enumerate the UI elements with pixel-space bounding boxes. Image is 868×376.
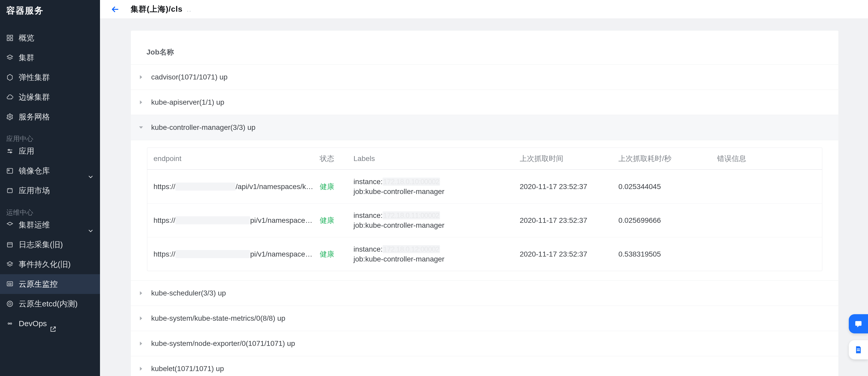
sidebar-item-devops[interactable]: DevOps: [0, 314, 100, 334]
svg-rect-3: [10, 38, 12, 40]
sidebar-item-cluster[interactable]: 集群: [0, 48, 100, 67]
job-row-expanded[interactable]: kube-controller-manager(3/3) up: [131, 115, 838, 140]
job-row[interactable]: kubelet(1071/1071) up: [131, 356, 838, 376]
sidebar-item-label: 边缘集群: [19, 87, 50, 107]
targets-table: endpoint 状态 Labels 上次抓取时间 上次抓取耗时/秒 错误信息 …: [147, 148, 822, 271]
sidebar-item-event-persist[interactable]: 事件持久化(旧): [0, 254, 100, 274]
job-title: kube-controller-manager(3/3) up: [151, 123, 255, 132]
product-title: 容器服务: [0, 0, 100, 21]
job-row[interactable]: kube-scheduler(3/3) up: [131, 280, 838, 306]
job-title: kube-system/node-exporter/0(1071/1071) u…: [151, 339, 295, 348]
svg-rect-2: [7, 38, 9, 40]
cell-labels: instance:172.18.0.11:00002 job:kube-cont…: [353, 211, 520, 230]
svg-marker-31: [857, 326, 860, 327]
svg-marker-26: [140, 291, 142, 295]
caret-right-icon: [138, 74, 145, 81]
svg-marker-28: [140, 341, 142, 345]
svg-rect-11: [7, 168, 13, 174]
target-row: https://XXXXXXXXXXXXXXXpi/v1/namespaces/…: [147, 237, 822, 271]
cell-last-scrape: 2020-11-17 23:52:37: [520, 216, 618, 225]
doc-fab[interactable]: [849, 340, 868, 359]
back-button[interactable]: [111, 4, 120, 14]
hex-icon: [6, 74, 13, 81]
job-row[interactable]: kube-apiserver(1/1) up: [131, 90, 838, 115]
sidebar-item-label: 事件持久化(旧): [19, 254, 71, 274]
svg-rect-0: [7, 35, 9, 37]
svg-rect-13: [7, 189, 12, 193]
gear-icon: [6, 113, 13, 121]
svg-rect-15: [7, 243, 12, 247]
sidebar-item-label: 云原生etcd(内测): [19, 294, 78, 314]
job-row[interactable]: kube-system/kube-state-metrics/0(8/8) up: [131, 306, 838, 331]
targets-table-header: endpoint 状态 Labels 上次抓取时间 上次抓取耗时/秒 错误信息: [147, 148, 822, 169]
sidebar-item-cloud-native-monitor[interactable]: 云原生监控: [0, 274, 100, 294]
caret-down-icon: [138, 124, 145, 131]
cell-endpoint: https://XXXXXXXXXXXXXXXpi/v1/namespaces/…: [154, 216, 320, 225]
sidebar-item-image-repo[interactable]: 镜像仓库: [0, 161, 100, 181]
redacted-text: XXXXXXXXXXXXXXX: [175, 250, 250, 258]
sidebar-item-elastic-cluster[interactable]: 弹性集群: [0, 67, 100, 87]
sidebar-item-cluster-ops[interactable]: 集群运维: [0, 215, 100, 235]
sidebar-group-ops: 运维中心: [0, 200, 100, 215]
chevron-down-icon: [87, 168, 93, 174]
sidebar-item-app[interactable]: 应用: [0, 141, 100, 161]
caret-right-icon: [138, 99, 145, 106]
th-error: 错误信息: [717, 154, 816, 164]
svg-point-20: [8, 303, 11, 305]
cell-last-scrape: 2020-11-17 23:52:37: [520, 250, 618, 258]
breadcrumb: 集群(上海)/cls ..: [131, 4, 191, 14]
svg-point-10: [10, 152, 11, 153]
stack-icon: [6, 261, 13, 268]
sidebar-item-edge-cluster[interactable]: 边缘集群: [0, 87, 100, 107]
redacted-text: 172.18.0.11:00002: [382, 211, 440, 219]
sidebar-item-log-collect[interactable]: 日志采集(旧): [0, 235, 100, 254]
etcd-icon: [6, 300, 13, 308]
sidebar-item-service-mesh[interactable]: 服务网格: [0, 107, 100, 127]
breadcrumb-main: 集群(上海)/cls: [131, 5, 183, 13]
sidebar-item-etcd[interactable]: 云原生etcd(内测): [0, 294, 100, 314]
job-title: kubelet(1071/1071) up: [151, 365, 224, 373]
monitor-icon: [6, 280, 13, 288]
svg-point-12: [8, 169, 9, 171]
th-last-scrape: 上次抓取时间: [520, 154, 618, 164]
sidebar-item-label: 弹性集群: [19, 67, 50, 87]
redacted-text: 172.18.0.12:00002: [382, 245, 440, 253]
svg-marker-17: [7, 262, 13, 265]
redacted-text: XXXXXXXXXXXX: [175, 183, 236, 191]
th-status: 状态: [320, 154, 353, 164]
grid-icon: [6, 34, 13, 41]
sidebar-item-label: 镜像仓库: [19, 161, 50, 181]
th-labels: Labels: [353, 155, 520, 163]
calendar-icon: [6, 241, 13, 248]
caret-right-icon: [138, 340, 145, 347]
sidebar-item-overview[interactable]: 概览: [0, 28, 100, 48]
sidebar-item-label: 集群运维: [19, 215, 50, 235]
sidebar-item-label: DevOps: [19, 314, 47, 334]
cell-scrape-cost: 0.025699666: [618, 216, 717, 225]
job-row[interactable]: cadvisor(1071/1071) up: [131, 64, 838, 90]
caret-right-icon: [138, 365, 145, 372]
cart-icon: [6, 187, 13, 194]
infinity-icon: [6, 320, 13, 327]
job-title: kube-apiserver(1/1) up: [151, 98, 224, 106]
cell-labels: instance:172.18.0.10:00002 job:kube-cont…: [353, 177, 520, 196]
caret-right-icon: [138, 290, 145, 296]
cell-status: 健康: [320, 249, 353, 259]
cell-endpoint: https://XXXXXXXXXXXXXXXpi/v1/namespaces/…: [154, 250, 320, 258]
chat-fab[interactable]: [849, 314, 868, 334]
job-title: kube-system/kube-state-metrics/0(8/8) up: [151, 314, 285, 322]
job-title: kube-scheduler(3/3) up: [151, 289, 226, 297]
external-link-icon: [49, 320, 56, 327]
target-row: https://XXXXXXXXXXXX/api/v1/namespaces/k…: [147, 169, 822, 203]
job-row[interactable]: kube-system/node-exporter/0(1071/1071) u…: [131, 331, 838, 356]
sidebar: 容器服务 概览 集群: [0, 0, 100, 376]
cell-last-scrape: 2020-11-17 23:52:37: [520, 183, 618, 191]
svg-marker-27: [140, 316, 142, 320]
sidebar-item-label: 集群: [19, 48, 34, 67]
sidebar-item-app-market[interactable]: 应用市场: [0, 181, 100, 200]
svg-marker-14: [7, 222, 13, 225]
layers-icon: [6, 54, 13, 61]
column-header-job-name: Job名称: [131, 31, 838, 64]
svg-point-6: [9, 116, 11, 118]
cell-status: 健康: [320, 216, 353, 225]
